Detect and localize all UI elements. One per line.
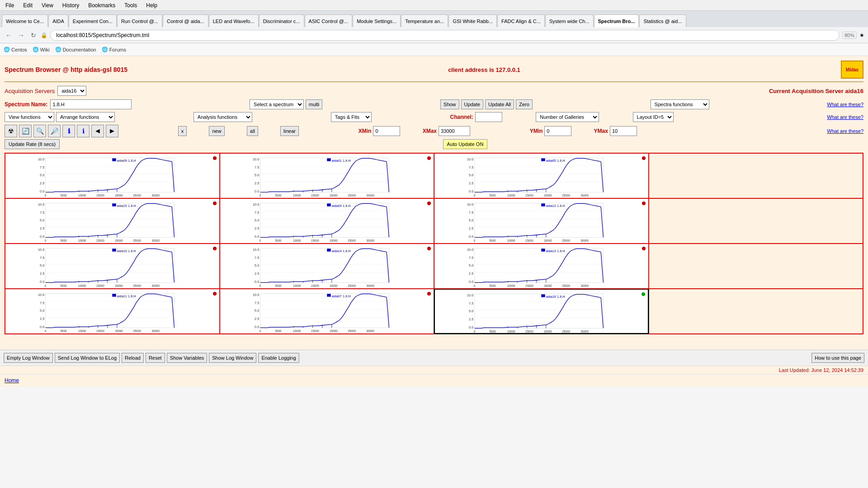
chart-cell-aida11[interactable]: 10.0 7.5 5.0 2.5 0.0 bbox=[5, 289, 220, 334]
channel-input[interactable] bbox=[475, 112, 502, 122]
back-button[interactable]: ← bbox=[4, 31, 14, 40]
next-arrow[interactable]: ► bbox=[106, 125, 118, 137]
chart-cell-empty2[interactable] bbox=[649, 198, 863, 244]
tab-spectrum-browser[interactable]: Spectrum Bro... bbox=[594, 14, 639, 27]
chart-cell-aida16[interactable]: 10.0 7.5 5.0 2.5 0.0 bbox=[434, 289, 649, 334]
linear-button[interactable]: linear bbox=[280, 126, 299, 136]
menu-history[interactable]: History bbox=[59, 1, 83, 9]
zoom-in-icon[interactable]: 🔍 bbox=[33, 125, 46, 137]
chart-cell-aida01[interactable]: 10.0 7.5 5.0 2.5 0.0 bbox=[220, 153, 434, 198]
chart-cell-aida14[interactable]: 10.0 7.5 5.0 2.5 0.0 bbox=[220, 244, 434, 289]
enable-logging-button[interactable]: Enable Logging bbox=[258, 353, 299, 363]
tab-6[interactable]: Discriminator c... bbox=[259, 14, 304, 27]
radiation-icon[interactable]: ☢ bbox=[5, 125, 17, 137]
new-button[interactable]: new bbox=[209, 126, 224, 136]
home-link[interactable]: Home bbox=[5, 377, 19, 384]
tab-10[interactable]: GSI White Rabb... bbox=[448, 14, 497, 27]
refresh-button[interactable]: ↻ bbox=[29, 31, 38, 40]
chart-cell-aida12[interactable]: 10.0 7.5 5.0 2.5 0.0 bbox=[434, 198, 649, 244]
what-these-3[interactable]: What are these? bbox=[827, 128, 863, 134]
bookmark-docs[interactable]: 🌐 Documentation bbox=[55, 47, 96, 52]
bookmark-forums[interactable]: 🌐 Forums bbox=[102, 47, 126, 52]
menu-edit[interactable]: Edit bbox=[19, 1, 36, 9]
view-functions-dropdown[interactable]: View functions bbox=[5, 112, 54, 122]
tab-4[interactable]: Control @ aida... bbox=[163, 14, 208, 27]
menu-help[interactable]: Help bbox=[142, 1, 161, 9]
bookmark-wiki[interactable]: 🌐 Wiki bbox=[33, 47, 50, 52]
number-galleries-dropdown[interactable]: Number of Galleries bbox=[536, 112, 599, 122]
chart-cell-aida09[interactable]: 10.0 7.5 5.0 2.5 0.0 bbox=[5, 153, 220, 198]
chart-cell-empty4[interactable] bbox=[649, 289, 863, 334]
toolbar-row: ☢ 🔄 🔍 🔎 ℹ ℹ ◄ ► x new all linear XMin XM… bbox=[5, 125, 863, 137]
update-button[interactable]: Update bbox=[461, 99, 483, 109]
svg-text:10000: 10000 bbox=[507, 330, 515, 333]
tab-12[interactable]: System wide Ch... bbox=[545, 14, 594, 27]
show-log-button[interactable]: Show Log Window bbox=[209, 353, 256, 363]
show-button[interactable]: Show bbox=[440, 99, 459, 109]
update-rate-button[interactable]: Update Rate (8 secs) bbox=[5, 139, 60, 149]
x-button[interactable]: x bbox=[178, 126, 187, 136]
xmax-input[interactable] bbox=[439, 126, 470, 136]
select-spectrum-dropdown[interactable]: Select a spectrum bbox=[250, 99, 304, 109]
what-these-1[interactable]: What are these? bbox=[827, 102, 863, 107]
all-button[interactable]: all bbox=[247, 126, 258, 136]
menu-tools[interactable]: Tools bbox=[121, 1, 141, 9]
acq-server-dropdown[interactable]: aida16 bbox=[57, 86, 86, 96]
chart-cell-aida15[interactable]: 10.0 7.5 5.0 2.5 0.0 bbox=[5, 198, 220, 244]
midas-logo: Midas bbox=[841, 61, 863, 79]
zero-button[interactable]: Zero bbox=[516, 99, 533, 109]
analysis-functions-dropdown[interactable]: Analysis functions bbox=[193, 112, 252, 122]
send-log-button[interactable]: Send Log Window to ELog bbox=[55, 353, 120, 363]
layout-id-dropdown[interactable]: Layout ID=5 bbox=[633, 112, 674, 122]
svg-text:aida09 1.8.H: aida09 1.8.H bbox=[117, 159, 136, 163]
chart-cell-aida10[interactable]: 10.0 7.5 5.0 2.5 0.0 bbox=[5, 244, 220, 289]
chart-cell-aida03[interactable]: 10.0 7.5 5.0 2.5 0.0 bbox=[220, 198, 434, 244]
empty-log-button[interactable]: Empty Log Window bbox=[4, 353, 53, 363]
forward-button[interactable]: → bbox=[16, 31, 26, 40]
auto-update-button[interactable]: Auto Update ON bbox=[443, 139, 488, 149]
what-these-2[interactable]: What are these? bbox=[827, 114, 863, 120]
tab-9[interactable]: Temperature an... bbox=[401, 14, 448, 27]
show-vars-button[interactable]: Show Variables bbox=[167, 353, 208, 363]
multi-button[interactable]: multi bbox=[306, 99, 322, 109]
tab-7[interactable]: ASIC Control @... bbox=[305, 14, 353, 27]
menu-file[interactable]: File bbox=[2, 1, 18, 9]
how-to-button[interactable]: How to use this page bbox=[811, 353, 864, 363]
tab-0[interactable]: Welcome to Ce... bbox=[2, 14, 48, 27]
spectra-functions-dropdown[interactable]: Spectra functions bbox=[651, 99, 709, 109]
tab-3[interactable]: Run Control @... bbox=[117, 14, 162, 27]
prev-arrow[interactable]: ◄ bbox=[91, 125, 104, 137]
update-all-button[interactable]: Update All bbox=[485, 99, 514, 109]
chart-cell-empty1[interactable] bbox=[649, 153, 863, 198]
menu-bookmarks[interactable]: Bookmarks bbox=[85, 1, 119, 9]
chart-cell-aida05[interactable]: 10.0 7.5 5.0 2.5 0.0 bbox=[434, 153, 649, 198]
ymin-input[interactable] bbox=[544, 126, 571, 136]
address-bar[interactable] bbox=[50, 30, 840, 41]
svg-text:5000: 5000 bbox=[61, 284, 67, 287]
chart-cell-empty3[interactable] bbox=[649, 244, 863, 289]
arrange-functions-dropdown[interactable]: Arrange functions bbox=[56, 112, 115, 122]
tab-1[interactable]: AIDA bbox=[48, 14, 68, 27]
spectrum-name-input[interactable] bbox=[50, 99, 132, 109]
bookmark-star-icon[interactable]: ★ bbox=[859, 32, 864, 38]
bookmark-centos[interactable]: 🌐 Centos bbox=[4, 47, 27, 52]
xmin-input[interactable] bbox=[373, 126, 400, 136]
chart-cell-aida13[interactable]: 10.0 7.5 5.0 2.5 0.0 bbox=[434, 244, 649, 289]
tab-2[interactable]: Experiment Con... bbox=[69, 14, 117, 27]
menu-view[interactable]: View bbox=[38, 1, 57, 9]
svg-text:2.5: 2.5 bbox=[255, 226, 259, 230]
chart-cell-aida07[interactable]: 10.0 7.5 5.0 2.5 0.0 bbox=[220, 289, 434, 334]
tags-fits-dropdown[interactable]: Tags & Fits bbox=[331, 112, 372, 122]
reload-button[interactable]: Reload bbox=[122, 353, 144, 363]
info-blue-icon[interactable]: ℹ bbox=[62, 125, 75, 137]
zoom-out-icon[interactable]: 🔎 bbox=[48, 125, 61, 137]
info-circle-icon[interactable]: ℹ bbox=[77, 125, 90, 137]
charts-grid: 10.0 7.5 5.0 2.5 0.0 bbox=[5, 153, 863, 334]
ymax-input[interactable] bbox=[610, 126, 637, 136]
refresh-icon[interactable]: 🔄 bbox=[19, 125, 32, 137]
reset-button[interactable]: Reset bbox=[146, 353, 165, 363]
tab-8[interactable]: Module Settings... bbox=[353, 14, 401, 27]
tab-14[interactable]: Statistics @ aid... bbox=[639, 14, 686, 27]
tab-5[interactable]: LED and Wavefo... bbox=[209, 14, 259, 27]
tab-11[interactable]: FADC Align & C... bbox=[497, 14, 545, 27]
